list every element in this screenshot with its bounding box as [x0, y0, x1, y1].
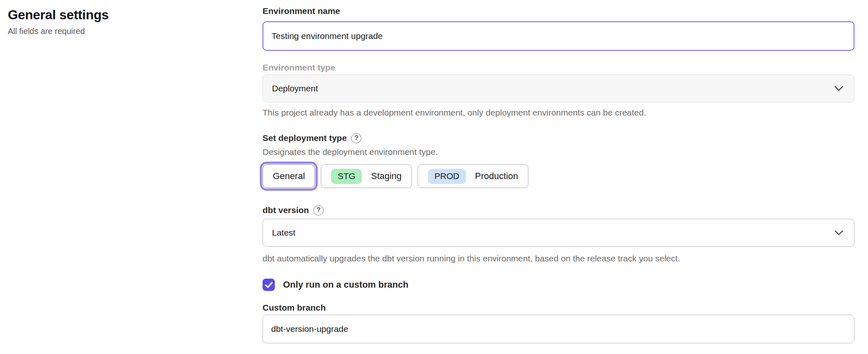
deployment-type-options: General STG Staging PROD Production — [263, 164, 854, 188]
dbt-version-helper: dbt automatically upgrades the dbt versi… — [263, 253, 854, 264]
deployment-type-label: Set deployment type — [263, 133, 347, 143]
dbt-version-label: dbt version — [263, 205, 309, 216]
custom-branch-input[interactable] — [263, 315, 854, 343]
chevron-down-icon — [834, 230, 843, 236]
custom-branch-label: Custom branch — [263, 302, 854, 313]
deployment-type-staging-label: Staging — [371, 171, 402, 182]
production-badge: PROD — [428, 169, 466, 184]
environment-type-select[interactable]: Deployment — [263, 75, 854, 102]
staging-badge: STG — [331, 169, 362, 184]
environment-type-helper: This project already has a development e… — [263, 107, 854, 118]
deployment-type-general-label: General — [273, 171, 305, 182]
deployment-type-helper: Designates the deployment environment ty… — [263, 147, 854, 157]
deployment-type-staging-button[interactable]: STG Staging — [321, 164, 412, 188]
dbt-version-value: Latest — [272, 228, 295, 238]
environment-name-input[interactable] — [263, 21, 854, 51]
help-icon[interactable]: ? — [313, 205, 324, 216]
environment-type-label: Environment type — [263, 62, 854, 73]
page-subtitle: All fields are required — [8, 25, 263, 37]
custom-branch-checkbox[interactable] — [263, 279, 275, 291]
deployment-type-production-label: Production — [475, 171, 518, 182]
environment-type-value: Deployment — [272, 84, 318, 93]
page-title: General settings — [8, 6, 263, 24]
check-icon — [265, 282, 273, 288]
environment-name-label: Environment name — [263, 6, 854, 16]
deployment-type-general-button[interactable]: General — [263, 164, 315, 188]
chevron-down-icon — [834, 86, 843, 91]
settings-header-panel: General settings All fields are required — [0, 0, 263, 354]
environment-settings-form: Environment name Environment type Deploy… — [263, 0, 868, 354]
deployment-type-production-button[interactable]: PROD Production — [418, 164, 528, 188]
custom-branch-toggle-row: Only run on a custom branch — [263, 279, 854, 291]
dbt-version-label-row: dbt version ? — [263, 205, 854, 216]
custom-branch-toggle-label[interactable]: Only run on a custom branch — [283, 279, 409, 291]
dbt-version-select[interactable]: Latest — [263, 219, 854, 247]
deployment-type-label-row: Set deployment type ? — [263, 133, 854, 143]
help-icon[interactable]: ? — [351, 133, 361, 143]
